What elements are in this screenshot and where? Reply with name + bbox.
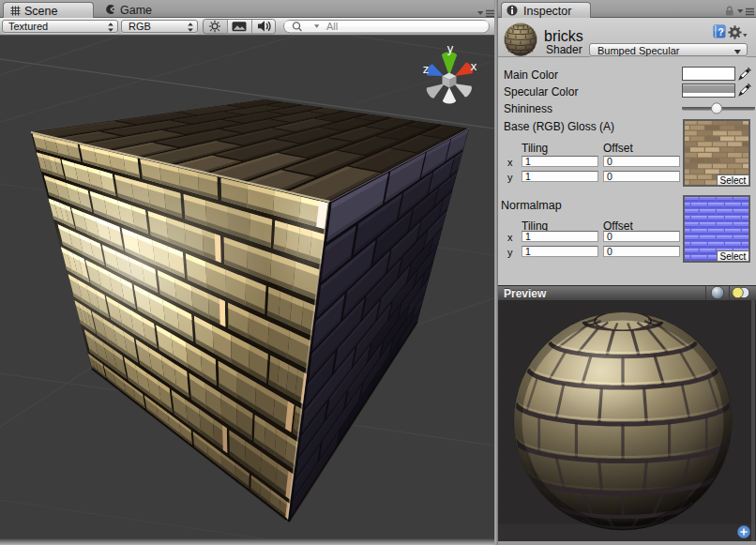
svg-text:?: ?	[718, 27, 723, 38]
svg-text:y: y	[447, 41, 454, 55]
svg-text:All: All	[326, 21, 338, 32]
svg-text:z: z	[423, 62, 430, 76]
svg-text:x: x	[471, 59, 477, 73]
